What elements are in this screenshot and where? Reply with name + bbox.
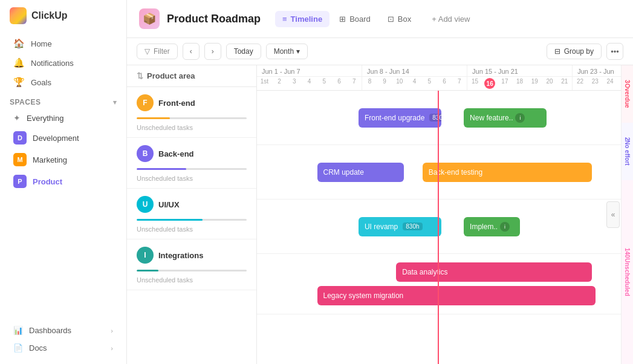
hours-badge: 830h [429, 114, 441, 122]
day-cell: 2 [272, 77, 287, 86]
task-bar-legacy-migration[interactable]: Legacy system migration [317, 286, 596, 305]
avatar-uiux: U [137, 196, 154, 213]
home-icon: 🏠 [13, 38, 25, 49]
day-cell: 5 [422, 77, 437, 86]
timeline-rows: Front-end upgrade 830h New feature.. i C… [257, 91, 633, 364]
main-content: 📦 Product Roadmap ≡ Timeline ⊞ Board ⊡ B… [127, 0, 633, 364]
sidebar-item-marketing[interactable]: M Marketing [4, 149, 123, 171]
prev-nav-button[interactable]: ‹ [183, 43, 200, 60]
collapse-button[interactable]: « [606, 201, 620, 228]
sidebar-item-development-label: Development [33, 134, 79, 143]
day-cell: 22 [573, 77, 588, 86]
group-name-uiux: UI/UX [158, 200, 180, 209]
add-view-button[interactable]: + Add view [426, 11, 476, 27]
sidebar-item-product-label: Product [33, 177, 62, 186]
goals-icon: 🏆 [13, 77, 25, 88]
progress-fill-frontend [137, 117, 170, 119]
task-label: UI revamp [365, 223, 398, 231]
spaces-section-header: Spaces ▾ [0, 92, 126, 109]
tab-board[interactable]: ⊞ Board [332, 11, 378, 27]
day-cell: 24 [603, 77, 618, 86]
group-progress-integrations [137, 270, 247, 271]
sidebar-item-everything[interactable]: ✦ Everything [4, 109, 123, 127]
day-cell: 10 [392, 77, 407, 86]
development-badge: D [13, 131, 27, 145]
sidebar-item-notifications-label: Notifications [31, 59, 74, 68]
day-cell: 6 [332, 77, 347, 86]
info-icon: i [500, 222, 510, 232]
day-cell: 19 [527, 77, 542, 90]
task-bar-new-feature[interactable]: New feature.. i [464, 108, 547, 128]
everything-icon: ✦ [13, 113, 21, 123]
task-bar-frontend-upgrade[interactable]: Front-end upgrade 830h [359, 108, 441, 128]
sidebar-item-development[interactable]: D Development [4, 127, 123, 149]
sidebar-item-goals-label: Goals [31, 78, 51, 87]
unscheduled-indicator[interactable]: 140 Unscheduled [621, 180, 633, 364]
task-bar-ui-revamp[interactable]: UI revamp 830h [359, 217, 441, 236]
unscheduled-label-frontend: Unscheduled tasks [127, 122, 256, 137]
sidebar-item-product[interactable]: P Product [4, 171, 123, 192]
page-title: Product Roadmap [167, 13, 261, 25]
day-cell: 21 [557, 77, 572, 90]
group-progress-backend [137, 168, 247, 170]
day-cell: 7 [452, 77, 467, 86]
app-name: ClickUp [31, 10, 68, 21]
tab-box[interactable]: ⊡ Box [380, 11, 418, 27]
group-name-backend: Back-end [158, 149, 194, 158]
page-header: 📦 Product Roadmap ≡ Timeline ⊞ Board ⊡ B… [127, 0, 633, 38]
task-bar-data-analytics[interactable]: Data analytics [396, 262, 591, 282]
progress-fill-integrations [137, 270, 158, 271]
sidebar-item-goals[interactable]: 🏆 Goals [4, 73, 123, 92]
right-pane: Jun 1 - Jun 7 1st 2 3 4 5 6 7 Jun 8 - Ju… [257, 65, 633, 364]
sidebar-item-home[interactable]: 🏠 Home [4, 34, 123, 53]
next-nav-button[interactable]: › [204, 43, 221, 60]
days-row-3: 15 16 17 18 19 20 21 [467, 77, 572, 90]
page-icon: 📦 [139, 8, 160, 29]
task-bar-implem[interactable]: Implem.. i [464, 217, 520, 236]
month-chevron-icon: ▾ [296, 47, 300, 56]
day-cell: 15 [467, 77, 482, 90]
timeline-row-frontend: Front-end upgrade 830h New feature.. i [257, 91, 633, 145]
side-panel: 3 Overdue 2 No effort 140 Unscheduled [621, 65, 633, 364]
tab-timeline[interactable]: ≡ Timeline [275, 11, 329, 27]
task-bar-crm-update[interactable]: CRM update [317, 163, 404, 182]
spaces-chevron-icon[interactable]: ▾ [113, 99, 117, 106]
sidebar-item-docs[interactable]: 📄 Docs › [4, 339, 123, 357]
day-cell: 16 [482, 77, 498, 90]
group-header-frontend: F Front-end [127, 87, 256, 115]
timeline-row-backend: CRM update Back-end testing [257, 145, 633, 200]
task-label: New feature.. [470, 114, 513, 122]
sort-icon: ⇅ [137, 71, 143, 80]
more-options-button[interactable]: ••• [606, 43, 623, 60]
avatar-frontend: F [137, 94, 154, 111]
sidebar-item-dashboards[interactable]: 📊 Dashboards › [4, 322, 123, 339]
week-group-1: Jun 1 - Jun 7 1st 2 3 4 5 6 7 [257, 65, 362, 90]
day-cell: 4 [302, 77, 317, 86]
week-group-2: Jun 8 - Jun 14 8 9 10 4 5 6 7 [362, 65, 467, 90]
sidebar-item-everything-label: Everything [27, 114, 63, 123]
overdue-indicator[interactable]: 3 Overdue [621, 65, 633, 123]
group-name-integrations: Integrations [158, 251, 203, 260]
today-line [438, 91, 439, 364]
date-header: Jun 1 - Jun 7 1st 2 3 4 5 6 7 Jun 8 - Ju… [257, 65, 633, 91]
task-bar-backend-testing[interactable]: Back-end testing [423, 163, 592, 182]
toolbar: ▽ Filter ‹ › Today Month ▾ ⊟ Group by ••… [127, 38, 633, 65]
sidebar-item-notifications[interactable]: 🔔 Notifications [4, 53, 123, 73]
group-header-integrations: I Integrations [127, 239, 256, 267]
day-cell: 7 [346, 77, 362, 86]
day-cell: 23 [588, 77, 603, 86]
unscheduled-label-integrations: Unscheduled tasks [127, 274, 256, 290]
task-label: Data analytics [402, 268, 447, 276]
task-label: CRM update [323, 168, 364, 177]
days-row-1: 1st 2 3 4 5 6 7 [257, 77, 362, 86]
month-button[interactable]: Month ▾ [266, 44, 308, 59]
docs-chevron-icon: › [111, 345, 113, 352]
left-pane: ⇅ Product area F Front-end Unscheduled t… [127, 65, 257, 364]
no-effort-indicator[interactable]: 2 No effort [621, 123, 633, 180]
today-button[interactable]: Today [226, 44, 261, 59]
task-label: Implem.. [470, 223, 498, 231]
groupby-button[interactable]: ⊟ Group by [547, 44, 602, 59]
overdue-label: Overdue [624, 83, 631, 108]
group-row-integrations: I Integrations Unscheduled tasks [127, 239, 256, 290]
filter-button[interactable]: ▽ Filter [137, 44, 178, 59]
